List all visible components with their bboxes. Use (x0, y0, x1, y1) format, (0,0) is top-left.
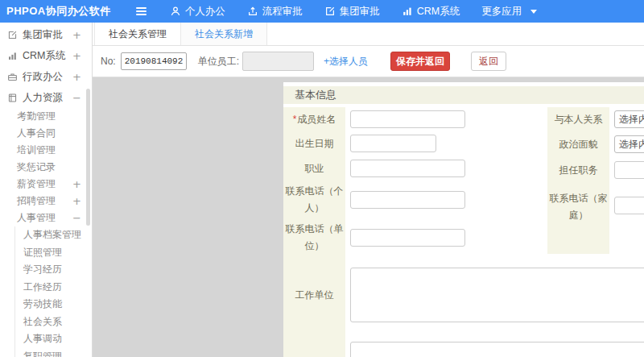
back-button[interactable]: 返回 (471, 52, 506, 71)
phone-personal-input[interactable] (350, 191, 465, 209)
sidebar-item-label: 行政办公 (23, 70, 63, 84)
sidebar-item-attendance-mgmt[interactable]: 考勤管理 (0, 108, 92, 125)
expand-minus-icon: − (72, 212, 81, 224)
sidebar-item-label: 工作经历 (23, 280, 62, 294)
sidebar-item-crm-system[interactable]: CRM系统 + (0, 45, 92, 66)
caret-down-icon (530, 10, 537, 14)
form-row-extra (283, 333, 644, 357)
form-right-column: 与本人关系 选择内容 政治面貌 选择内容 担任职务 联系电话（家庭） (547, 107, 644, 254)
expand-plus-icon: + (72, 50, 81, 62)
member-name-input[interactable] (350, 110, 465, 128)
sidebar-item-label: 社会关系 (23, 315, 62, 329)
nav-label: 个人办公 (185, 5, 225, 19)
sidebar-item-study-history[interactable]: 学习经历 (15, 261, 92, 279)
menu-toggle-button[interactable] (135, 6, 148, 17)
sidebar-item-label: 人事管理 (17, 211, 56, 225)
nav-label: 更多应用 (481, 5, 522, 19)
sidebar-item-label: 人事档案管理 (23, 228, 81, 242)
sidebar-item-recruit-mgmt[interactable]: 招聘管理 + (0, 193, 92, 210)
political-status-select[interactable]: 选择内容 (614, 135, 644, 153)
form-panel: 基本信息 *成员姓名 出生日期 职业 (283, 82, 644, 357)
birth-date-input[interactable] (350, 135, 436, 152)
nav-group-approval[interactable]: 集团审批 (324, 5, 380, 19)
work-unit-textarea[interactable] (350, 268, 644, 322)
bar-chart-icon (7, 51, 18, 61)
sidebar-item-label: 人事调动 (23, 332, 62, 346)
app-window: PHPOA协同办公软件 个人办公 流程审批 (0, 0, 644, 357)
content-area: 基本信息 *成员姓名 出生日期 职业 (93, 77, 644, 357)
expand-plus-icon: + (72, 195, 81, 207)
sidebar-item-group-approval[interactable]: 集团审批 + (0, 24, 92, 45)
phone-home-input[interactable] (614, 197, 644, 214)
tab-social-relation-mgmt[interactable]: 社会关系管理 (94, 23, 181, 45)
no-input[interactable] (121, 52, 187, 70)
sidebar-item-label: 复职管理 (23, 350, 62, 357)
phone-work-label: 联系电话（单位） (283, 218, 345, 257)
personnel-submenu: 人事档案管理 证照管理 学习经历 工作经历 劳动技能 社会关系 人事调动 复职管… (14, 226, 92, 357)
sidebar-item-hr-contract[interactable]: 人事合同 (0, 125, 92, 142)
sidebar-item-label: 劳动技能 (23, 297, 62, 311)
sidebar-item-personnel-transfer[interactable]: 人事调动 (15, 330, 92, 348)
expand-plus-icon: + (72, 71, 81, 83)
relation-label: 与本人关系 (547, 107, 609, 131)
occupation-label: 职业 (283, 156, 345, 181)
briefcase-icon (7, 72, 18, 82)
sidebar-item-personnel-archive[interactable]: 人事档案管理 (15, 226, 92, 244)
expand-minus-icon: − (72, 92, 81, 104)
sidebar-item-label: 集团审批 (23, 28, 63, 42)
sidebar-item-label: 证照管理 (23, 246, 62, 259)
sidebar-item-social-relation[interactable]: 社会关系 (15, 313, 92, 331)
select-person-link[interactable]: +选择人员 (324, 55, 368, 68)
sidebar-item-human-resources[interactable]: 人力资源 − (0, 87, 92, 108)
tab-social-relation-new[interactable]: 社会关系新增 (181, 23, 267, 45)
birth-date-label: 出生日期 (283, 131, 345, 156)
sidebar-item-personnel-mgmt[interactable]: 人事管理 − (0, 210, 92, 226)
sidebar-item-label: 招聘管理 (17, 194, 56, 208)
relation-select[interactable]: 选择内容 (614, 110, 644, 128)
user-icon (170, 6, 181, 17)
tab-label: 社会关系新增 (195, 28, 253, 39)
political-status-label: 政治面貌 (547, 131, 609, 157)
sidebar-item-labor-skill[interactable]: 劳动技能 (15, 296, 92, 313)
flow-icon (247, 6, 258, 17)
employee-label: 单位员工: (198, 55, 239, 68)
edit-square-icon (7, 30, 18, 40)
sidebar-item-work-history[interactable]: 工作经历 (15, 279, 92, 297)
occupation-input[interactable] (350, 160, 465, 177)
sidebar-item-label: CRM系统 (23, 49, 65, 63)
position-input[interactable] (614, 161, 644, 179)
nav-more-apps[interactable]: 更多应用 (481, 5, 537, 19)
edit-square-icon (324, 6, 336, 17)
nav-label: 集团审批 (340, 5, 380, 19)
work-unit-label: 工作单位 (283, 257, 345, 333)
sidebar-item-label: 人事合同 (17, 127, 56, 140)
save-and-return-button[interactable]: 保存并返回 (390, 52, 450, 71)
nav-crm-system[interactable]: CRM系统 (402, 5, 460, 19)
form-row-phone-home: 联系电话（家庭） (547, 183, 644, 254)
sidebar-item-admin-office[interactable]: 行政办公 + (0, 66, 92, 87)
nav-personal-office[interactable]: 个人办公 (170, 5, 225, 19)
employee-input[interactable] (242, 52, 314, 71)
nav-label: 流程审批 (262, 5, 303, 19)
no-label: No: (101, 56, 116, 67)
extra-label (283, 333, 345, 357)
form-row-relation: 与本人关系 选择内容 (547, 107, 644, 131)
tab-label: 社会关系管理 (109, 28, 167, 39)
form-row-work-unit: 工作单位 (283, 257, 644, 333)
sidebar-item-reinstate-mgmt[interactable]: 复职管理 (15, 348, 92, 357)
sidebar-item-reward-punishment[interactable]: 奖惩记录 (0, 159, 92, 176)
section-title: 基本信息 (283, 86, 644, 104)
phone-work-input[interactable] (350, 229, 465, 247)
sidebar-item-certificate-mgmt[interactable]: 证照管理 (15, 244, 92, 262)
sidebar-scrollbar[interactable] (86, 89, 90, 226)
expand-plus-icon: + (72, 178, 81, 190)
required-mark: * (293, 114, 297, 125)
sidebar-item-label: 考勤管理 (17, 110, 56, 123)
top-header: PHPOA协同办公软件 个人办公 流程审批 (0, 0, 644, 23)
sidebar: 集团审批 + CRM系统 + 行政办公 + (0, 23, 93, 357)
form-toolbar: No: 单位员工: +选择人员 保存并返回 返回 (93, 46, 644, 77)
nav-process-approval[interactable]: 流程审批 (247, 5, 303, 19)
sidebar-item-salary-mgmt[interactable]: 薪资管理 + (0, 176, 92, 193)
extra-textarea[interactable] (350, 342, 644, 357)
sidebar-item-training-mgmt[interactable]: 培训管理 (0, 142, 92, 159)
